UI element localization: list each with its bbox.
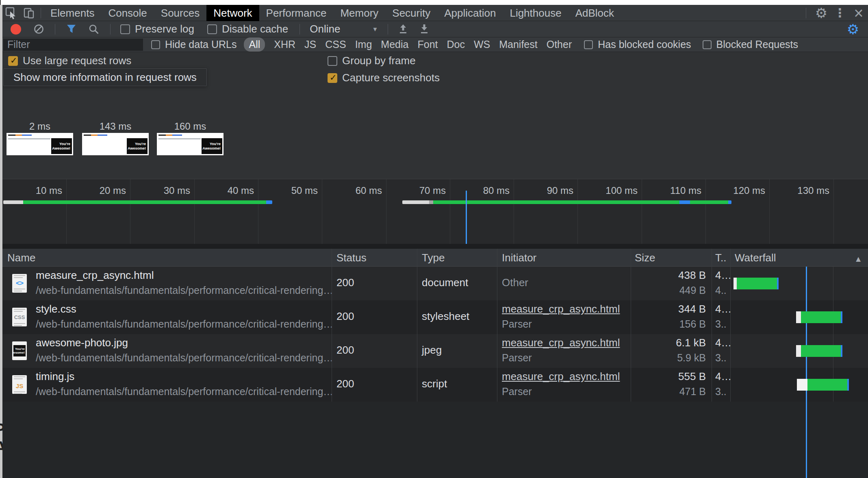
tab-network[interactable]: Network bbox=[206, 5, 259, 21]
screenshot-thumbnail[interactable]: You're Awesome! bbox=[7, 133, 73, 155]
has-blocked-cookies-checkbox[interactable]: Has blocked cookies bbox=[584, 39, 691, 50]
checkbox-unchecked[interactable] bbox=[703, 40, 712, 49]
request-path: /web-fundamentals/fundamentals/performan… bbox=[36, 318, 333, 330]
filter-type-manifest[interactable]: Manifest bbox=[499, 39, 537, 50]
tab-adblock[interactable]: AdBlock bbox=[569, 5, 621, 21]
hide-data-urls-label: Hide data URLs bbox=[165, 39, 237, 50]
record-network-log-button[interactable] bbox=[11, 24, 21, 35]
timeline-playhead[interactable] bbox=[466, 191, 467, 244]
request-row[interactable]: You're Awesome! awesome-photo.jpg /web-f… bbox=[2, 334, 868, 368]
filmstrip-frame[interactable]: 160 ms You're Awesome! bbox=[157, 121, 224, 155]
request-initiator-link[interactable]: measure_crp_async.html bbox=[502, 370, 620, 383]
column-header-type[interactable]: Type bbox=[422, 252, 445, 264]
screenshot-thumbnail[interactable]: You're Awesome! bbox=[82, 133, 149, 155]
tab-console[interactable]: Console bbox=[101, 5, 154, 21]
tab-memory[interactable]: Memory bbox=[333, 5, 385, 21]
checkbox-checked[interactable] bbox=[8, 56, 18, 66]
close-devtools-icon[interactable] bbox=[849, 5, 868, 21]
tab-elements[interactable]: Elements bbox=[43, 5, 101, 21]
request-time: 4… bbox=[715, 269, 731, 282]
column-divider[interactable] bbox=[631, 249, 631, 402]
column-header-name[interactable]: Name bbox=[7, 252, 35, 264]
tab-lighthouse[interactable]: Lighthouse bbox=[503, 5, 568, 21]
filter-type-xhr[interactable]: XHR bbox=[274, 39, 295, 50]
hide-data-urls-checkbox[interactable]: Hide data URLs bbox=[151, 39, 237, 50]
waterfall-playhead-line bbox=[806, 267, 807, 478]
css-file-icon: CSS bbox=[12, 308, 27, 326]
filter-type-other[interactable]: Other bbox=[547, 39, 572, 50]
capture-screenshots-checkbox[interactable]: Capture screenshots bbox=[328, 72, 440, 84]
clear-network-log-icon[interactable] bbox=[33, 24, 44, 35]
filter-type-all[interactable]: All bbox=[244, 37, 265, 52]
filmstrip-frame[interactable]: 2 ms You're Awesome! bbox=[7, 121, 73, 155]
column-divider[interactable] bbox=[497, 249, 497, 402]
column-header-status[interactable]: Status bbox=[336, 252, 367, 264]
checkbox-unchecked[interactable] bbox=[120, 24, 130, 34]
filter-type-ws[interactable]: WS bbox=[474, 39, 490, 50]
disable-cache-checkbox[interactable]: Disable cache bbox=[207, 23, 288, 35]
waterfall-end bbox=[847, 379, 849, 391]
request-name[interactable]: measure_crp_async.html bbox=[36, 269, 154, 282]
checkbox-unchecked[interactable] bbox=[207, 24, 217, 34]
checkbox-unchecked[interactable] bbox=[328, 56, 337, 66]
tick-label: 30 ms bbox=[129, 185, 190, 196]
request-name[interactable]: timing.js bbox=[36, 370, 74, 383]
banner-text: You're bbox=[135, 142, 146, 146]
filter-type-font[interactable]: Font bbox=[417, 39, 438, 50]
request-name[interactable]: awesome-photo.jpg bbox=[36, 337, 128, 349]
filter-funnel-icon[interactable] bbox=[66, 24, 77, 35]
device-toolbar-icon[interactable] bbox=[20, 5, 38, 21]
request-row[interactable]: JS timing.js /web-fundamentals/fundament… bbox=[2, 368, 868, 402]
request-status: 200 bbox=[336, 276, 354, 289]
tab-sources[interactable]: Sources bbox=[154, 5, 206, 21]
column-divider[interactable] bbox=[332, 249, 332, 402]
checkbox-unchecked[interactable] bbox=[584, 40, 593, 49]
column-divider[interactable] bbox=[730, 249, 731, 402]
request-initiator-link[interactable]: measure_crp_async.html bbox=[502, 337, 620, 349]
export-har-icon[interactable] bbox=[419, 24, 430, 35]
column-divider[interactable] bbox=[417, 249, 417, 402]
column-divider[interactable] bbox=[712, 249, 712, 402]
filter-type-doc[interactable]: Doc bbox=[447, 39, 464, 50]
group-by-frame-checkbox[interactable]: Group by frame bbox=[328, 54, 416, 67]
request-path: /web-fundamentals/fundamentals/performan… bbox=[36, 352, 333, 364]
network-throttling-select[interactable]: Online bbox=[310, 23, 378, 35]
filter-type-img[interactable]: Img bbox=[355, 39, 372, 50]
waterfall-end bbox=[777, 278, 779, 289]
column-header-time[interactable]: T.. bbox=[715, 252, 726, 264]
column-header-initiator[interactable]: Initiator bbox=[502, 252, 536, 264]
use-large-request-rows-checkbox[interactable]: Use large request rows bbox=[8, 54, 131, 67]
filmstrip-frame[interactable]: 143 ms You're Awesome! bbox=[82, 121, 149, 155]
content-segment bbox=[433, 200, 679, 204]
filter-type-css[interactable]: CSS bbox=[325, 39, 346, 50]
tab-security[interactable]: Security bbox=[385, 5, 437, 21]
settings-gear-icon[interactable] bbox=[812, 5, 831, 21]
checkbox-unchecked[interactable] bbox=[151, 40, 160, 49]
filter-type-js[interactable]: JS bbox=[304, 39, 316, 50]
request-name[interactable]: style.css bbox=[36, 303, 76, 315]
search-icon[interactable] bbox=[88, 24, 100, 35]
inspect-element-icon[interactable] bbox=[2, 5, 20, 21]
request-row[interactable]: CSS style.css /web-fundamentals/fundamen… bbox=[2, 300, 868, 334]
request-row[interactable]: <> measure_crp_async.html /web-fundament… bbox=[2, 267, 868, 300]
preserve-log-checkbox[interactable]: Preserve log bbox=[120, 23, 194, 35]
import-har-icon[interactable] bbox=[398, 24, 408, 35]
filter-type-media[interactable]: Media bbox=[381, 39, 408, 50]
browser-page-edge-top bbox=[0, 0, 868, 5]
preserve-log-label: Preserve log bbox=[135, 23, 194, 35]
column-header-size[interactable]: Size bbox=[635, 252, 655, 264]
column-header-waterfall[interactable]: Waterfall bbox=[735, 252, 776, 264]
tab-performance[interactable]: Performance bbox=[259, 5, 334, 21]
network-overview-timeline[interactable]: 10 ms 20 ms 30 ms 40 ms 50 ms 60 ms 70 m… bbox=[2, 179, 868, 244]
more-options-icon[interactable] bbox=[831, 5, 849, 21]
request-initiator-link[interactable]: measure_crp_async.html bbox=[502, 303, 620, 315]
network-settings-gear-icon[interactable] bbox=[844, 21, 862, 37]
blocked-requests-checkbox[interactable]: Blocked Requests bbox=[703, 39, 799, 50]
tick-label: 120 ms bbox=[704, 185, 765, 196]
filmstrip-timestamp: 2 ms bbox=[7, 121, 73, 131]
screenshot-thumbnail[interactable]: You're Awesome! bbox=[157, 133, 224, 155]
checkbox-checked[interactable] bbox=[328, 73, 337, 83]
filter-input[interactable] bbox=[3, 39, 143, 51]
tab-application[interactable]: Application bbox=[437, 5, 503, 21]
sort-ascending-icon[interactable] bbox=[854, 252, 862, 265]
